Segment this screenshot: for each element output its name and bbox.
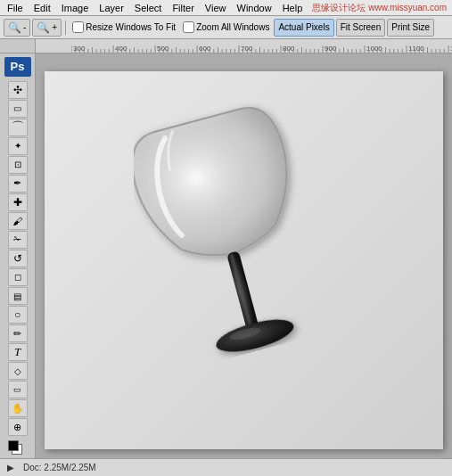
tool-history[interactable]: ↺ [8, 250, 28, 267]
tool-marquee[interactable]: ▭ [8, 100, 28, 118]
wine-glass-image [134, 98, 330, 401]
tool-heal[interactable]: ✚ [8, 193, 28, 211]
zoom-minus-icon: - [23, 22, 26, 32]
tool-clone[interactable]: ✁ [8, 231, 28, 249]
tool-move[interactable]: ✣ [8, 81, 28, 99]
menu-window[interactable]: Window [232, 2, 277, 14]
tool-gradient[interactable]: ▤ [8, 287, 28, 305]
fit-screen-btn[interactable]: Fit Screen [336, 19, 386, 37]
tool-pen[interactable]: ✏ [8, 324, 28, 342]
ps-logo: Ps [4, 57, 31, 77]
print-size-btn[interactable]: Print Size [387, 19, 434, 37]
tool-type[interactable]: T [8, 343, 28, 361]
tool-shape[interactable]: ▭ [8, 381, 28, 398]
zoom-out-icon: 🔍 [8, 21, 21, 34]
menu-image[interactable]: Image [56, 2, 95, 14]
zoom-in-btn[interactable]: 🔍 + [32, 19, 62, 37]
zoom-all-checkbox[interactable]: Zoom All Windows [180, 21, 272, 33]
watermark: 思缘设计论坛 www.missyuan.com [312, 2, 450, 14]
status-info: Doc: 2.25M/2.25M [23, 463, 96, 472]
menu-help[interactable]: Help [277, 2, 308, 14]
tool-magic-wand[interactable]: ✦ [8, 137, 28, 155]
tool-hand[interactable]: ✋ [8, 399, 28, 417]
actual-pixels-btn[interactable]: Actual Pixels [274, 19, 333, 37]
ruler [0, 39, 452, 53]
tool-lasso[interactable]: ⌒ [8, 119, 28, 136]
resize-windows-checkbox[interactable]: Resize Windows To Fit [70, 21, 178, 33]
zoom-out-btn[interactable]: 🔍 - [4, 19, 30, 37]
menu-select[interactable]: Select [129, 2, 168, 14]
canvas-area[interactable] [36, 53, 452, 458]
menu-bar: File Edit Image Layer Select Filter View… [0, 0, 452, 16]
menu-file[interactable]: File [2, 2, 29, 14]
tool-eraser[interactable]: ◻ [8, 268, 28, 286]
document-canvas[interactable] [45, 71, 443, 449]
left-toolbar: Ps ✣ ▭ ⌒ ✦ ⊡ ✒ ✚ 🖌 ✁ ↺ ◻ ▤ ○ ✏ T ◇ ▭ ✋ ⊕ [0, 53, 36, 458]
menu-layer[interactable]: Layer [94, 2, 129, 14]
tool-zoom[interactable]: ⊕ [8, 418, 28, 436]
options-toolbar: 🔍 - 🔍 + Resize Windows To Fit Zoom All W… [0, 16, 452, 39]
menu-edit[interactable]: Edit [29, 2, 56, 14]
toolbar-divider-1 [65, 21, 66, 35]
zoom-all-label: Zoom All Windows [196, 22, 269, 32]
zoom-plus-icon: 🔍 [37, 21, 50, 34]
tool-dodge[interactable]: ○ [8, 306, 28, 324]
tool-brush[interactable]: 🖌 [8, 212, 28, 230]
tool-path[interactable]: ◇ [8, 362, 28, 380]
zoom-plus-label: + [52, 22, 57, 32]
menu-view[interactable]: View [200, 2, 232, 14]
status-bar: ▶ Doc: 2.25M/2.25M [0, 458, 452, 476]
menu-filter[interactable]: Filter [167, 2, 199, 14]
ruler-marks [71, 39, 452, 53]
status-arrow: ▶ [7, 463, 14, 472]
fg-bg-color[interactable] [8, 440, 28, 458]
zoom-all-input[interactable] [183, 21, 194, 33]
tool-eyedropper[interactable]: ✒ [8, 175, 28, 193]
resize-windows-label: Resize Windows To Fit [86, 22, 176, 32]
resize-windows-input[interactable] [72, 21, 84, 33]
svg-rect-0 [226, 250, 259, 332]
tool-crop[interactable]: ⊡ [8, 156, 28, 174]
main-area: Ps ✣ ▭ ⌒ ✦ ⊡ ✒ ✚ 🖌 ✁ ↺ ◻ ▤ ○ ✏ T ◇ ▭ ✋ ⊕ [0, 53, 452, 458]
